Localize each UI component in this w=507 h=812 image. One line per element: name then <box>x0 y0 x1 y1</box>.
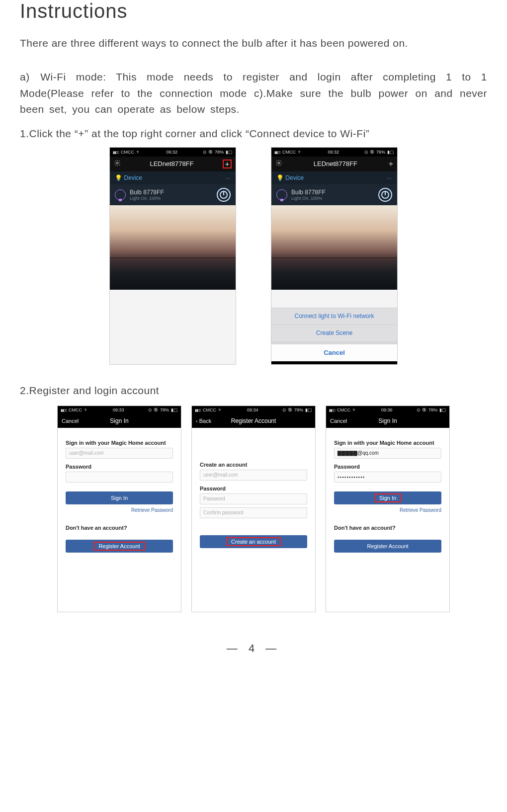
signin-label: Sign in with your Magic Home account <box>66 440 173 446</box>
signin-label: Sign in with your Magic Home account <box>334 440 441 446</box>
confirm-password-field[interactable]: Confirm password <box>200 507 307 518</box>
screenshot-signin-filled: CMCCᯤ 09:36 ⊙ ⦿78%▮▢ Cancel Sign In Sign… <box>326 406 450 612</box>
plus-icon[interactable]: + <box>223 160 232 168</box>
bulb-list-item[interactable]: Bulb 8778FF Light On, 100% <box>271 184 397 205</box>
no-account-text: Don't have an account? <box>66 525 173 531</box>
bulb-list-item[interactable]: Bulb 8778FF Light On, 100% <box>110 184 236 205</box>
svg-point-0 <box>116 162 118 164</box>
password-label: Password <box>66 464 173 470</box>
password-label: Password <box>200 486 307 491</box>
action-sheet: Connect light to Wi-Fi network Create Sc… <box>271 308 397 341</box>
create-account-label: Create an account <box>200 462 307 468</box>
device-section-header[interactable]: 💡 Device ︿ <box>110 171 236 184</box>
device-section-header[interactable]: 💡 Device ︿ <box>271 171 397 184</box>
retrieve-password-link[interactable]: Retrieve Password <box>66 507 173 513</box>
step-1-text: 1.Click the “+” at the top right corner … <box>20 128 487 140</box>
create-account-button[interactable]: Create an account <box>200 535 307 548</box>
background-image <box>110 205 236 290</box>
screenshot-register: CMCCᯤ 09:34 ⊙ ⦿78%▮▢ ‹ Back Register Acc… <box>191 406 316 612</box>
nav-bar: ‹ Back Register Account <box>192 414 315 428</box>
register-account-button[interactable]: Register Account <box>66 540 173 553</box>
back-button[interactable]: ‹ Back <box>196 418 211 424</box>
svg-point-1 <box>278 162 280 164</box>
no-account-text: Don't have an account? <box>334 525 441 531</box>
bulb-icon <box>276 189 287 200</box>
email-field[interactable]: user@mail.com <box>200 470 307 481</box>
bulb-icon <box>115 189 126 200</box>
power-icon[interactable] <box>378 188 392 202</box>
register-account-button[interactable]: Register Account <box>334 540 441 553</box>
password-field[interactable] <box>66 472 173 483</box>
status-bar: CMCCᯤ 09:34 ⊙ ⦿78%▮▢ <box>192 406 315 414</box>
connect-wifi-option[interactable]: Connect light to Wi-Fi network <box>271 308 397 325</box>
nav-title: Register Account <box>231 417 276 424</box>
cancel-button[interactable]: Cancel <box>330 418 347 424</box>
screenshot-phone-b: CMCCᯤ 09:32 ⊙ ⦿76%▮▢ LEDnet8778FF + 💡 De… <box>271 147 398 365</box>
retrieve-password-link[interactable]: Retrieve Password <box>334 507 441 513</box>
nav-bar: Cancel Sign In <box>326 414 449 428</box>
password-field[interactable]: ●●●●●●●●●●●● <box>334 472 441 483</box>
app-bar: LEDnet8778FF + <box>110 157 236 171</box>
nav-title: Sign In <box>378 417 397 424</box>
create-scene-option[interactable]: Create Scene <box>271 325 397 341</box>
page-title: Instructions <box>20 0 487 22</box>
intro-text: There are three different ways to connec… <box>20 37 487 49</box>
password-field[interactable]: Password <box>200 493 307 504</box>
signin-button[interactable]: Sign In <box>334 491 441 504</box>
chevron-up-icon: ︿ <box>387 174 392 181</box>
step-2-text: 2.Register and login account <box>20 385 487 397</box>
plus-icon[interactable]: + <box>389 160 393 168</box>
status-bar: CMCCᯤ 09:33 ⊙ ⦿78%▮▢ <box>58 406 181 414</box>
email-field[interactable]: user@mail.com <box>66 448 173 459</box>
email-field[interactable]: ▇▇▇▇▇@qq.com <box>334 448 441 459</box>
app-bar: LEDnet8778FF + <box>271 157 397 171</box>
page-number: — 4 — <box>20 642 487 655</box>
gear-icon[interactable] <box>114 160 121 168</box>
cancel-button[interactable]: Cancel <box>271 344 397 361</box>
status-bar: CMCCᯤ 09:32 ⊙ ⦿76%▮▢ <box>271 148 397 157</box>
paragraph-a: a) Wi-Fi mode: This mode needs to regist… <box>20 69 487 118</box>
status-bar: CMCCᯤ 09:32 ⊙ ⦿78%▮▢ <box>110 148 236 157</box>
chevron-up-icon: ︿ <box>225 174 231 181</box>
cancel-button[interactable]: Cancel <box>62 418 79 424</box>
power-icon[interactable] <box>217 188 231 202</box>
status-bar: CMCCᯤ 09:36 ⊙ ⦿78%▮▢ <box>326 406 449 414</box>
signin-button[interactable]: Sign In <box>66 491 173 504</box>
nav-title: Sign In <box>110 417 128 424</box>
screenshot-phone-a: CMCCᯤ 09:32 ⊙ ⦿78%▮▢ LEDnet8778FF + 💡 De… <box>109 147 236 365</box>
app-title: LEDnet8778FF <box>314 160 357 167</box>
app-title: LEDnet8778FF <box>150 160 193 167</box>
background-image <box>271 205 397 290</box>
screenshot-signin-empty: CMCCᯤ 09:33 ⊙ ⦿78%▮▢ Cancel Sign In Sign… <box>57 406 181 612</box>
gear-icon[interactable] <box>275 160 282 168</box>
password-label: Password <box>334 464 441 470</box>
nav-bar: Cancel Sign In <box>58 414 181 428</box>
